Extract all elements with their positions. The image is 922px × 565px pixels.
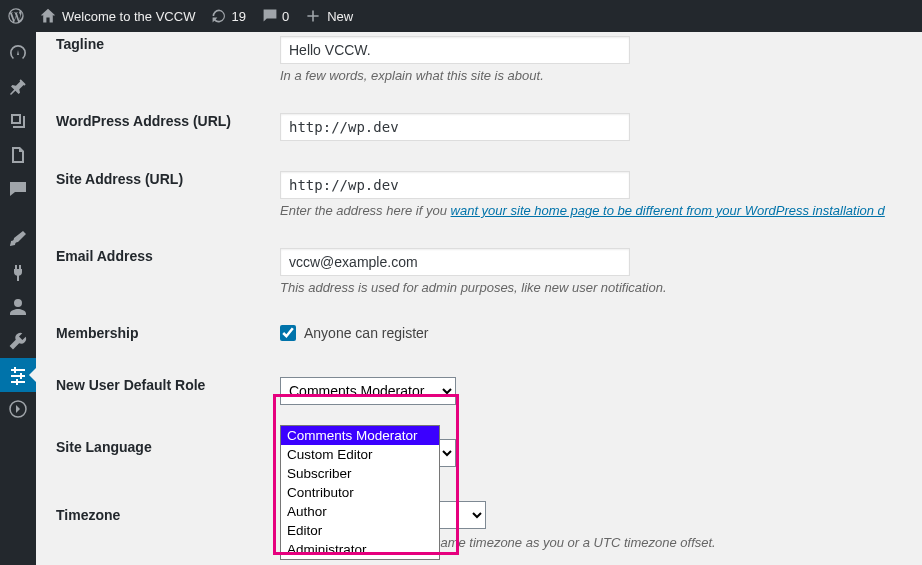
menu-settings[interactable] (0, 358, 36, 392)
comment-icon (262, 8, 278, 24)
wpurl-input[interactable] (280, 113, 630, 141)
menu-users[interactable] (0, 290, 36, 324)
default-role-dropdown-open[interactable]: Comments ModeratorCustom EditorSubscribe… (280, 425, 440, 560)
admin-toolbar: Welcome to the VCCW 19 0 New (0, 0, 922, 32)
wp-logo[interactable] (0, 0, 32, 32)
tagline-input[interactable] (280, 36, 630, 64)
brush-icon (8, 229, 28, 249)
role-option[interactable]: Editor (281, 521, 439, 540)
menu-dashboard[interactable] (0, 36, 36, 70)
toolbar-comments-count: 0 (282, 9, 289, 24)
role-option[interactable]: Comments Moderator (281, 426, 439, 445)
menu-collapse[interactable] (0, 392, 36, 426)
menu-tools[interactable] (0, 324, 36, 358)
plugin-icon (8, 263, 28, 283)
tagline-label: Tagline (56, 36, 280, 52)
membership-checkbox-row[interactable]: Anyone can register (280, 325, 902, 341)
wrench-icon (8, 331, 28, 351)
toolbar-new-label: New (327, 9, 353, 24)
role-option[interactable]: Contributor (281, 483, 439, 502)
user-icon (8, 297, 28, 317)
membership-checkbox-label: Anyone can register (304, 325, 429, 341)
email-description: This address is used for admin purposes,… (280, 280, 902, 295)
toolbar-site-name[interactable]: Welcome to the VCCW (32, 0, 203, 32)
media-icon (8, 111, 28, 131)
timezone-label: Timezone (56, 507, 280, 523)
home-icon (40, 8, 56, 24)
membership-checkbox[interactable] (280, 325, 296, 341)
email-input[interactable] (280, 248, 630, 276)
default-role-label: New User Default Role (56, 377, 280, 393)
siteurl-label: Site Address (URL) (56, 171, 280, 187)
siteurl-description: Enter the address here if you want your … (280, 203, 902, 218)
role-option[interactable]: Subscriber (281, 464, 439, 483)
role-option[interactable]: Author (281, 502, 439, 521)
wpurl-label: WordPress Address (URL) (56, 113, 280, 129)
pages-icon (8, 145, 28, 165)
comments-icon (8, 179, 28, 199)
toolbar-site-title: Welcome to the VCCW (62, 9, 195, 24)
siteurl-help-link[interactable]: want your site home page to be different… (451, 203, 885, 218)
menu-appearance[interactable] (0, 222, 36, 256)
dashboard-icon (8, 43, 28, 63)
menu-comments[interactable] (0, 172, 36, 206)
toolbar-new[interactable]: New (297, 0, 361, 32)
role-option[interactable]: Custom Editor (281, 445, 439, 464)
toolbar-comments[interactable]: 0 (254, 0, 297, 32)
default-role-select[interactable]: Comments ModeratorCustom EditorSubscribe… (280, 377, 456, 405)
collapse-icon (8, 399, 28, 419)
menu-pages[interactable] (0, 138, 36, 172)
settings-general-form: Tagline In a few words, explain what thi… (36, 32, 922, 565)
wordpress-icon (8, 8, 24, 24)
role-option[interactable]: Administrator (281, 540, 439, 559)
sliders-icon (8, 365, 28, 385)
update-icon (211, 8, 227, 24)
menu-plugins[interactable] (0, 256, 36, 290)
siteurl-input[interactable] (280, 171, 630, 199)
membership-label: Membership (56, 325, 280, 341)
toolbar-updates[interactable]: 19 (203, 0, 253, 32)
email-label: Email Address (56, 248, 280, 264)
pin-icon (8, 77, 28, 97)
menu-posts[interactable] (0, 70, 36, 104)
menu-media[interactable] (0, 104, 36, 138)
admin-menu (0, 32, 36, 565)
toolbar-updates-count: 19 (231, 9, 245, 24)
tagline-description: In a few words, explain what this site i… (280, 68, 902, 83)
site-language-label: Site Language (56, 439, 280, 455)
plus-icon (305, 8, 321, 24)
